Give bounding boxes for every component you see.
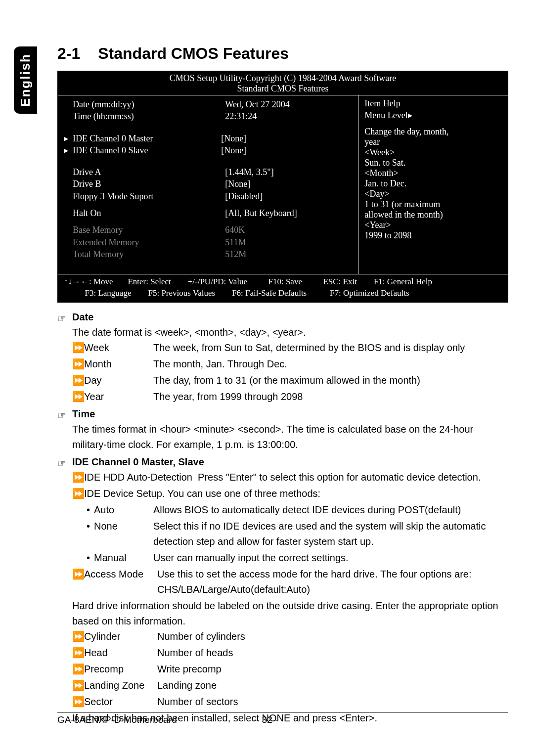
bios-row-time: Time (hh:mm:ss)22:31:24 xyxy=(64,110,352,122)
section-time: ☞ Time The times format in <hour> <minut… xyxy=(57,406,508,452)
date-intro: The date format is <week>, <month>, <day… xyxy=(72,325,508,340)
darrow-icon: ⏩ xyxy=(72,629,84,644)
ide-auto-detection: ⏩ IDE HDD Auto-Detection Press "Enter" t… xyxy=(72,470,508,485)
darrow-icon: ⏩ xyxy=(72,340,84,356)
language-tab: English xyxy=(14,46,37,114)
bios-title-line2: Standard CMOS Features xyxy=(58,84,508,94)
help-line: Jan. to Dec. xyxy=(364,178,502,189)
darrow-icon: ⏩ xyxy=(72,389,84,404)
ide-method-auto: •AutoAllows BIOS to automatically detect… xyxy=(72,502,508,518)
bios-settings-panel: Date (mm:dd:yy)Wed, Oct 27 2004 Time (hh… xyxy=(58,95,358,274)
ide-method-manual: •ManualUser can manually input the corre… xyxy=(72,550,508,566)
ide-field-cylinder: ⏩CylinderNumber of cylinders xyxy=(72,629,508,644)
help-line: 1999 to 2098 xyxy=(364,230,502,241)
footer-left: GA-8AENXP-D Motherboard xyxy=(57,714,256,725)
date-item-day: ⏩DayThe day, from 1 to 31 (or the maximu… xyxy=(72,373,508,388)
page-footer: GA-8AENXP-D Motherboard - 32 - xyxy=(57,712,508,725)
page-content: 2-1Standard CMOS Features CMOS Setup Uti… xyxy=(57,44,508,728)
help-line: <Month> xyxy=(364,168,502,178)
item-help-title: Item Help xyxy=(364,98,502,109)
bios-screenshot: CMOS Setup Utility-Copyright (C) 1984-20… xyxy=(57,71,508,303)
section-ide: ☞ IDE Channel 0 Master, Slave ⏩ IDE HDD … xyxy=(57,454,508,726)
bios-title-line1: CMOS Setup Utility-Copyright (C) 1984-20… xyxy=(58,73,508,84)
ide-access-mode: ⏩Access ModeUse this to set the access m… xyxy=(72,567,508,597)
bios-row-date: Date (mm:dd:yy)Wed, Oct 27 2004 xyxy=(64,98,352,110)
darrow-icon: ⏩ xyxy=(72,373,84,388)
darrow-icon: ⏩ xyxy=(72,486,84,501)
bios-row-driveB: Drive B[None] xyxy=(64,178,352,190)
heading-text: Standard CMOS Features xyxy=(98,44,289,62)
darrow-icon: ⏩ xyxy=(72,678,84,693)
help-line: year xyxy=(364,137,502,147)
page-title: 2-1Standard CMOS Features xyxy=(57,44,508,63)
hand-icon: ☞ xyxy=(57,311,66,326)
bios-row-totmem: Total Memory512M xyxy=(64,248,352,260)
darrow-icon: ⏩ xyxy=(72,662,84,677)
ide-hd-info: Hard drive information should be labeled… xyxy=(72,598,508,629)
ide-device-setup: ⏩ IDE Device Setup. You can use one of t… xyxy=(72,486,508,501)
darrow-icon: ⏩ xyxy=(72,356,84,372)
section-title-date: Date xyxy=(72,310,508,325)
hand-icon: ☞ xyxy=(57,408,66,423)
date-item-week: ⏩WeekThe week, from Sun to Sat, determin… xyxy=(72,340,508,356)
footer-page-number: - 32 - xyxy=(256,714,508,725)
help-line: <Week> xyxy=(364,147,502,158)
bios-row-extmem: Extended Memory511M xyxy=(64,236,352,248)
section-title-ide: IDE Channel 0 Master, Slave xyxy=(72,454,508,470)
document-body: ☞ Date The date format is <week>, <month… xyxy=(57,310,508,726)
section-title-time: Time xyxy=(72,406,508,422)
bios-row-ide0s: ▸IDE Channel 0 Slave[None] xyxy=(64,144,352,156)
bios-footer-keys: ↑↓→←: Move Enter: Select +/-/PU/PD: Valu… xyxy=(58,274,508,302)
menu-level: Menu Level▸ xyxy=(364,110,502,121)
bios-foot-line1: ↑↓→←: Move Enter: Select +/-/PU/PD: Valu… xyxy=(64,276,502,288)
hand-icon: ☞ xyxy=(57,456,66,471)
bullet-icon: • xyxy=(72,519,94,549)
ide-method-none: •NoneSelect this if no IDE devices are u… xyxy=(72,519,508,549)
help-line: allowed in the month) xyxy=(364,210,502,220)
ide-field-head: ⏩HeadNumber of heads xyxy=(72,645,508,661)
bios-row-driveA: Drive A[1.44M, 3.5"] xyxy=(64,166,352,178)
ide-field-precomp: ⏩PrecompWrite precomp xyxy=(72,662,508,677)
ide-field-landingzone: ⏩Landing ZoneLanding zone xyxy=(72,678,508,693)
time-para: The times format in <hour> <minute> <sec… xyxy=(72,422,508,452)
bios-row-halt: Halt On[All, But Keyboard] xyxy=(64,207,352,219)
help-line: Sun. to Sat. xyxy=(364,158,502,168)
bios-row-floppy3: Floppy 3 Mode Suport[Disabled] xyxy=(64,190,352,202)
bios-row-basemem: Base Memory640K xyxy=(64,224,352,236)
date-item-month: ⏩MonthThe month, Jan. Through Dec. xyxy=(72,356,508,372)
bios-foot-line2: F3: Language F5: Previous Values F6: Fai… xyxy=(64,288,502,299)
ide-field-sector: ⏩SectorNumber of sectors xyxy=(72,694,508,710)
bullet-icon: • xyxy=(72,502,94,518)
help-line: 1 to 31 (or maximum xyxy=(364,199,502,210)
darrow-icon: ⏩ xyxy=(72,694,84,710)
bios-help-panel: Item Help Menu Level▸ Change the day, mo… xyxy=(358,95,508,274)
date-item-year: ⏩YearThe year, from 1999 through 2098 xyxy=(72,389,508,404)
help-line: <Day> xyxy=(364,189,502,199)
bios-row-ide0m: ▸IDE Channel 0 Master[None] xyxy=(64,133,352,144)
darrow-icon: ⏩ xyxy=(72,470,84,485)
help-line: <Year> xyxy=(364,220,502,230)
darrow-icon: ⏩ xyxy=(72,567,84,597)
darrow-icon: ⏩ xyxy=(72,645,84,661)
bios-title: CMOS Setup Utility-Copyright (C) 1984-20… xyxy=(58,71,508,95)
section-date: ☞ Date The date format is <week>, <month… xyxy=(57,310,508,404)
bullet-icon: • xyxy=(72,550,94,566)
heading-number: 2-1 xyxy=(57,44,80,62)
help-line: Change the day, month, xyxy=(364,127,502,137)
